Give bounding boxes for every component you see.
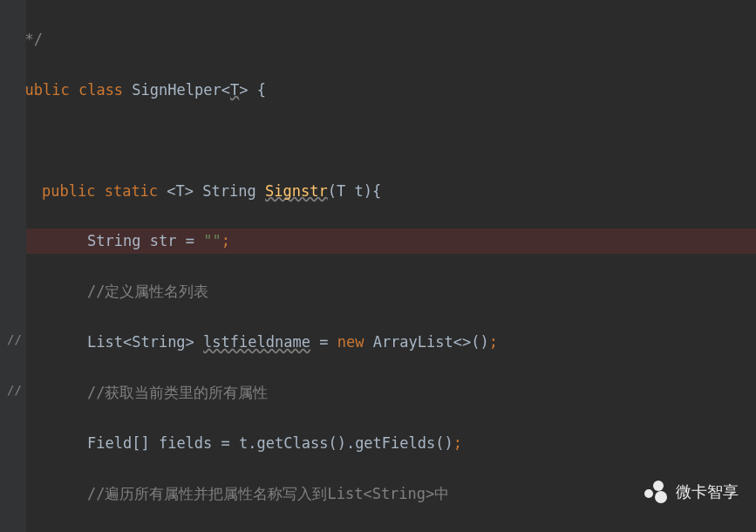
code-line-highlighted: String str = ""; [7,228,756,254]
gutter-comment-mark: // [7,330,22,351]
code-line: public class SignHelper<T> { [7,78,756,103]
code-line: //获取当前类里的所有属性 [7,380,756,406]
code-line [7,128,756,153]
code-line: //定义属性名列表 [7,279,756,304]
code-editor[interactable]: */ public class SignHelper<T> { public s… [0,0,756,532]
code-line: Field[] fields = t.getClass().getFields(… [7,431,756,456]
wechat-icon [644,481,669,505]
code-line: List<String> lstfieldname = new ArrayLis… [7,330,756,355]
watermark-text: 微卡智享 [676,479,739,506]
gutter-comment-mark: // [7,380,22,401]
code-line: public static <T> String Signstr(T t){ [7,179,756,204]
editor-gutter: // // [0,0,26,532]
watermark: 微卡智享 [644,479,739,506]
code-line: */ [7,27,756,52]
